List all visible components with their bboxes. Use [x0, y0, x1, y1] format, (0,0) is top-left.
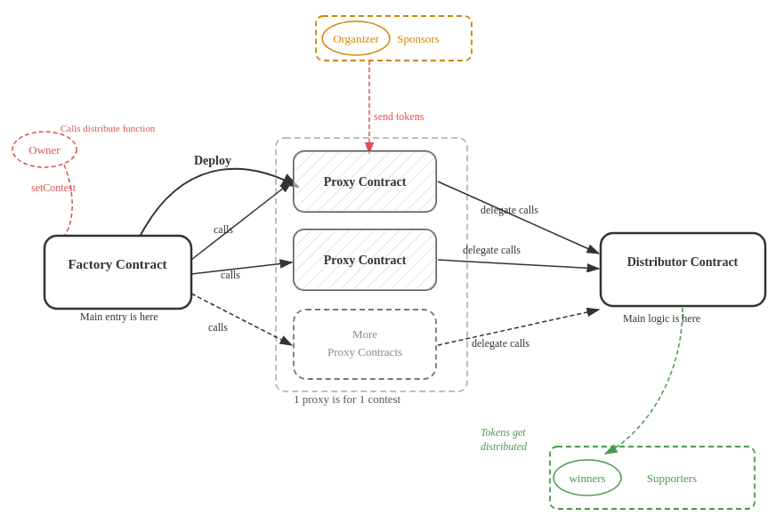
more-proxy-label2: Proxy Contracts	[327, 345, 402, 359]
factory-to-proxy1-arrow	[191, 181, 292, 260]
factory-contract-label: Factory Contract	[68, 257, 166, 271]
distributor-sublabel: Main logic is here	[623, 312, 700, 325]
tokens-label2: distributed	[481, 440, 528, 453]
distributor-label1: Distributor Contract	[627, 255, 739, 269]
organizer-label: Organizer	[333, 32, 379, 45]
supporters-label: Supporters	[647, 472, 697, 485]
winners-label: winners	[569, 472, 605, 485]
factory-to-more-proxy-arrow	[191, 294, 292, 345]
factory-contract-box	[44, 236, 191, 309]
more-proxy-label1: More	[352, 327, 377, 341]
proxy1-label: Proxy Contract	[324, 175, 407, 189]
calls1-label: calls	[214, 223, 233, 236]
calls-distribute-label: Calls distribute function	[61, 123, 156, 133]
proxy2-label: Proxy Contract	[324, 254, 407, 267]
factory-sublabel: Main entry is here	[80, 310, 158, 323]
diagram-svg: Organizer Sponsors send tokens Owner Cal…	[0, 0, 784, 532]
send-tokens-label: send tokens	[374, 110, 424, 123]
owner-to-factory-arrow	[49, 165, 72, 245]
proxy2-delegate-arrow	[438, 260, 599, 269]
distributor-box	[601, 233, 765, 306]
delegate3-label: delegate calls	[472, 337, 529, 350]
calls3-label: calls	[208, 321, 228, 334]
deploy-label: Deploy	[194, 154, 231, 167]
set-contest-label: setContest	[31, 181, 77, 194]
proxy1-delegate-arrow	[438, 181, 599, 254]
more-proxy-box	[294, 310, 436, 379]
proxy-info-label: 1 proxy is for 1 contest	[294, 392, 401, 406]
delegate2-label: delegate calls	[463, 244, 521, 256]
distributor-to-winners-arrow	[605, 308, 683, 454]
calls2-label: calls	[221, 269, 240, 281]
tokens-label1: Tokens get	[481, 426, 526, 439]
sponsors-label: Sponsors	[397, 32, 440, 45]
owner-label: Owner	[28, 143, 61, 157]
factory-to-proxy2-arrow	[191, 262, 292, 274]
delegate1-label: delegate calls	[481, 204, 538, 216]
